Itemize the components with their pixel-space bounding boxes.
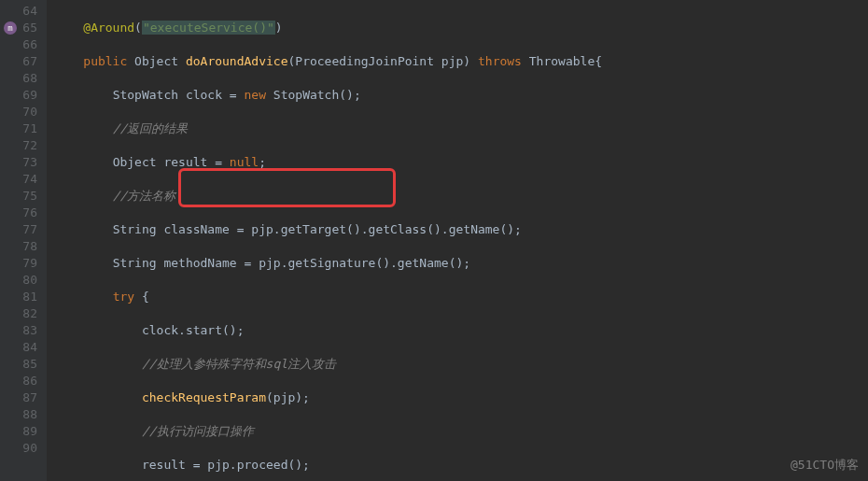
line-number: 81 (0, 289, 37, 305)
code-line: @Around("executeService()") (54, 20, 868, 36)
line-number: 77 (0, 221, 37, 238)
line-number: 87 (0, 389, 37, 406)
line-number: 78 (0, 238, 37, 255)
code-editor[interactable]: 64 65m 66 67 68 69 70 71 72 73 74 75 76 … (0, 0, 868, 481)
code-line: result = pjp.proceed(); (54, 457, 868, 474)
line-number: 73 (0, 154, 37, 171)
line-number: 86 (0, 373, 37, 389)
code-area[interactable]: @Around("executeService()") public Objec… (47, 0, 868, 481)
code-line: //方法名称 (54, 188, 868, 205)
line-number: 67 (0, 53, 37, 70)
code-line: Object result = null; (54, 154, 868, 171)
code-line: checkRequestParam(pjp); (54, 389, 868, 406)
line-number: 74 (0, 171, 37, 188)
code-line: String methodName = pjp.getSignature().g… (54, 255, 868, 272)
line-number: 68 (0, 70, 37, 87)
line-number: 69 (0, 87, 37, 104)
code-line: try { (54, 289, 868, 305)
line-number: 83 (0, 322, 37, 339)
line-number: 72 (0, 137, 37, 154)
watermark: @51CTO博客 (791, 457, 859, 474)
aspect-icon: m (4, 21, 17, 35)
line-number: 84 (0, 339, 37, 356)
code-line: //返回的结果 (54, 120, 868, 137)
code-line: StopWatch clock = new StopWatch(); (54, 87, 868, 104)
line-number: 64 (0, 3, 37, 20)
line-number: 76 (0, 205, 37, 221)
line-number: 70 (0, 104, 37, 120)
line-number: 65m (0, 20, 37, 36)
line-number: 71 (0, 120, 37, 137)
line-number: 85 (0, 356, 37, 373)
line-number: 90 (0, 440, 37, 457)
code-line: String className = pjp.getTarget().getCl… (54, 221, 868, 238)
line-number: 75 (0, 188, 37, 205)
line-number-gutter: 64 65m 66 67 68 69 70 71 72 73 74 75 76 … (0, 0, 47, 481)
code-line: clock.start(); (54, 322, 868, 339)
code-line: //执行访问接口操作 (54, 423, 868, 440)
line-number: 82 (0, 305, 37, 322)
code-line: public Object doAroundAdvice(ProceedingJ… (54, 53, 868, 70)
line-number: 66 (0, 36, 37, 53)
line-number: 80 (0, 272, 37, 289)
code-line: //处理入参特殊字符和sql注入攻击 (54, 356, 868, 373)
line-number: 89 (0, 423, 37, 440)
line-number: 79 (0, 255, 37, 272)
line-number: 88 (0, 406, 37, 423)
